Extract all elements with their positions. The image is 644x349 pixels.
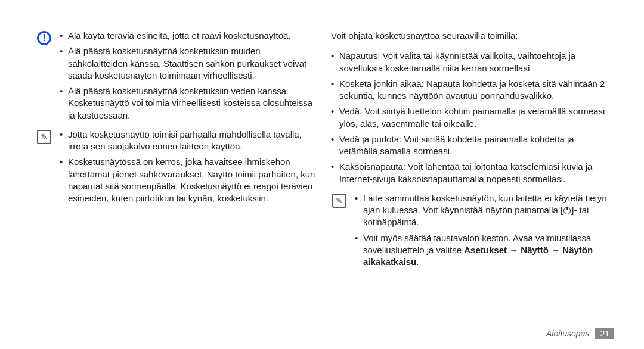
warning-list: Älä käytä teräviä esineitä, jotta et raa… <box>60 30 319 121</box>
note-text: . <box>416 257 419 267</box>
note-item: Kosketusnäytössä on kerros, joka havaits… <box>60 156 319 204</box>
power-icon <box>564 207 571 214</box>
right-column: Voit ohjata kosketusnäyttöä seuraavilla … <box>331 30 614 272</box>
gesture-item: Kaksoisnapauta: Voit lähentää tai loiton… <box>331 161 614 185</box>
gesture-item: Vedä ja pudota: Voit siirtää kohdetta pa… <box>331 133 614 158</box>
warning-item: Älä päästä kosketusnäyttöä kosketuksiin … <box>60 85 319 121</box>
page-footer: Aloitusopas 21 <box>546 328 614 339</box>
note-list-left: Jotta kosketusnäyttö toimisi parhaalla m… <box>60 129 319 205</box>
warning-section: ! Älä käytä teräviä esineitä, jotta et r… <box>36 30 319 125</box>
note-item: Jotta kosketusnäyttö toimisi parhaalla m… <box>60 129 319 153</box>
gesture-item: Kosketa jonkin aikaa: Napauta kohdetta j… <box>331 78 614 102</box>
gesture-item: Napautus: Voit valita tai käynnistää val… <box>331 50 614 74</box>
note-item-power: Laite sammuttaa kosketusnäytön, kun lait… <box>355 192 614 229</box>
intro-text: Voit ohjata kosketusnäyttöä seuraavilla … <box>331 30 614 42</box>
page-number: 21 <box>595 328 614 339</box>
note-icon <box>332 194 346 208</box>
warning-item: Älä päästä kosketusnäyttöä kosketuksiin … <box>60 45 319 82</box>
note-list-right: Laite sammuttaa kosketusnäytön, kun lait… <box>355 192 614 269</box>
note-section-left: Jotta kosketusnäyttö toimisi parhaalla m… <box>36 129 319 208</box>
footer-label: Aloitusopas <box>546 329 589 338</box>
left-column: ! Älä käytä teräviä esineitä, jotta et r… <box>36 30 319 272</box>
warning-item: Älä käytä teräviä esineitä, jotta et raa… <box>60 30 319 42</box>
gesture-item: Vedä: Voit siirtyä luettelon kohtiin pai… <box>331 105 614 130</box>
warning-icon: ! <box>37 31 51 45</box>
gesture-list: Napautus: Voit valita tai käynnistää val… <box>331 50 614 189</box>
note-icon <box>37 130 51 144</box>
note-section-right: Laite sammuttaa kosketusnäytön, kun lait… <box>331 192 614 272</box>
note-item-settings: Voit myös säätää taustavalon keston. Ava… <box>355 232 614 269</box>
